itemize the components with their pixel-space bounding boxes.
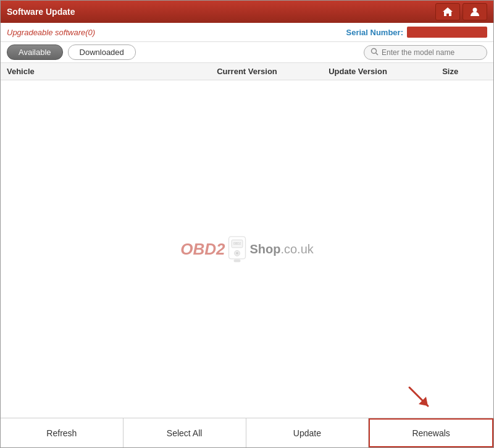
window-title: Software Update: [7, 7, 75, 17]
title-bar: Software Update: [1, 1, 493, 23]
svg-point-1: [372, 48, 377, 53]
tab-available[interactable]: Available: [7, 44, 63, 60]
top-bar: Upgradeable software(0) Serial Number:: [1, 23, 493, 42]
refresh-button[interactable]: Refresh: [1, 418, 124, 447]
title-bar-buttons: [435, 3, 487, 20]
watermark-obd2: OBD2: [180, 240, 225, 259]
col-vehicle-header: Vehicle: [7, 67, 191, 76]
tab-downloaded[interactable]: Downloaded: [68, 44, 136, 60]
col-current-header: Current Version: [191, 67, 303, 76]
svg-line-2: [376, 53, 379, 55]
serial-row: Serial Number:: [346, 27, 487, 38]
watermark-shop: Shop.co.uk: [249, 242, 313, 256]
svg-rect-7: [234, 259, 241, 262]
renewals-button[interactable]: Renewals: [369, 418, 493, 447]
serial-number-label: Serial Number:: [346, 28, 403, 37]
search-input[interactable]: [382, 48, 480, 57]
watermark-device-icon: OBD2: [225, 235, 249, 263]
search-icon: [371, 48, 379, 57]
footer: Refresh Select All Update Renewals: [1, 418, 493, 447]
watermark: OBD2 OBD2 Shop.co.uk: [180, 235, 314, 263]
upgradeable-label: Upgradeable software(0): [7, 28, 95, 37]
svg-point-0: [473, 8, 477, 12]
select-all-button[interactable]: Select All: [124, 418, 246, 447]
col-update-header: Update Version: [303, 67, 414, 76]
serial-number-value: [407, 27, 487, 38]
svg-text:OBD2: OBD2: [233, 242, 241, 245]
arrow-icon: [406, 384, 437, 415]
tab-search-row: Available Downloaded: [1, 42, 493, 63]
software-update-window: Software Update Upgradeable software(0) …: [0, 0, 494, 448]
home-button[interactable]: [435, 3, 460, 20]
content-area: Upgradeable software(0) Serial Number: A…: [1, 23, 493, 447]
search-box: [364, 45, 487, 60]
update-button[interactable]: Update: [246, 418, 369, 447]
col-size-header: Size: [413, 67, 487, 76]
table-header: Vehicle Current Version Update Version S…: [1, 63, 493, 80]
user-button[interactable]: [463, 3, 487, 20]
svg-point-6: [237, 252, 239, 255]
table-body: OBD2 OBD2 Shop.co.uk: [1, 80, 493, 418]
